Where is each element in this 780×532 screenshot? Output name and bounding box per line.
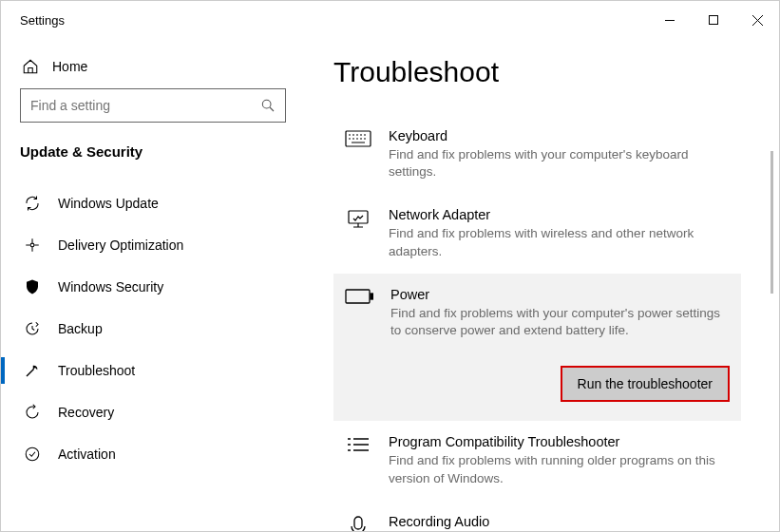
sidebar-item-label: Delivery Optimization	[58, 238, 183, 253]
maximize-button[interactable]	[692, 5, 735, 35]
troubleshoot-icon	[24, 362, 41, 379]
window-title: Settings	[20, 13, 65, 28]
activation-icon	[24, 446, 41, 463]
main-content: Troubleshoot Keyboard Find and fix probl…	[305, 39, 779, 531]
search-input[interactable]	[30, 98, 260, 113]
run-troubleshooter-button[interactable]: Run the troubleshooter	[562, 368, 728, 400]
sidebar-item-label: Activation	[58, 446, 116, 462]
category-title: Update & Security	[20, 143, 286, 160]
battery-icon	[345, 289, 373, 304]
search-icon	[260, 98, 276, 113]
svg-rect-7	[346, 290, 370, 303]
home-button[interactable]: Home	[20, 50, 286, 88]
svg-rect-9	[354, 517, 362, 529]
troubleshoot-item-compatibility[interactable]: Program Compatibility Troubleshooter Fin…	[333, 421, 741, 500]
sidebar-item-label: Windows Update	[58, 196, 159, 211]
sidebar-item-windows-security[interactable]: Windows Security	[1, 266, 286, 308]
troubleshoot-item-keyboard[interactable]: Keyboard Find and fix problems with your…	[333, 115, 741, 194]
sidebar: Home Update & Security Windows Update De…	[1, 39, 305, 531]
backup-icon	[24, 320, 41, 337]
troubleshoot-list: Keyboard Find and fix problems with your…	[333, 115, 741, 531]
page-title: Troubleshoot	[333, 56, 741, 88]
recovery-icon	[24, 404, 41, 421]
sidebar-item-label: Troubleshoot	[58, 363, 135, 378]
ts-title: Recording Audio	[389, 514, 637, 529]
run-button-highlight: Run the troubleshooter	[561, 366, 730, 402]
troubleshoot-item-network[interactable]: Network Adapter Find and fix problems wi…	[333, 194, 741, 273]
sidebar-item-label: Recovery	[58, 405, 114, 420]
ts-title: Network Adapter	[389, 207, 730, 222]
window-controls	[648, 5, 779, 35]
sidebar-item-troubleshoot[interactable]: Troubleshoot	[1, 350, 286, 391]
sidebar-item-label: Backup	[58, 321, 103, 336]
ts-desc: Find and fix problems with your computer…	[390, 305, 730, 339]
sidebar-item-label: Windows Security	[58, 279, 163, 294]
svg-point-4	[26, 447, 39, 461]
list-icon	[345, 436, 371, 455]
search-input-box[interactable]	[20, 88, 286, 123]
ts-desc: Find and fix problems with wireless and …	[389, 225, 730, 259]
ts-title: Keyboard	[389, 128, 730, 143]
nav-list: Windows Update Delivery Optimization Win…	[1, 182, 286, 475]
sidebar-item-delivery-optimization[interactable]: Delivery Optimization	[1, 224, 286, 266]
troubleshoot-item-power[interactable]: Power Find and fix problems with your co…	[333, 274, 741, 421]
close-button[interactable]	[735, 5, 779, 35]
shield-icon	[24, 278, 41, 295]
svg-point-2	[262, 100, 271, 108]
home-icon	[22, 58, 39, 75]
sync-icon	[24, 195, 41, 212]
sidebar-item-activation[interactable]: Activation	[1, 433, 286, 475]
sidebar-item-recovery[interactable]: Recovery	[1, 391, 286, 433]
ts-desc: Find and fix problems with running older…	[389, 452, 730, 486]
keyboard-icon	[345, 130, 371, 149]
scrollbar[interactable]	[770, 151, 773, 294]
svg-point-3	[30, 243, 34, 247]
ts-desc: Find and fix problems with your computer…	[389, 146, 730, 180]
home-label: Home	[52, 59, 87, 74]
svg-rect-0	[665, 20, 675, 21]
delivery-icon	[24, 237, 41, 254]
microphone-icon	[345, 516, 371, 531]
network-icon	[345, 209, 371, 230]
sidebar-item-windows-update[interactable]: Windows Update	[1, 182, 286, 224]
svg-rect-1	[710, 16, 718, 25]
troubleshoot-item-recording-audio[interactable]: Recording Audio Find and fix problems wi…	[333, 501, 741, 531]
title-bar: Settings	[1, 1, 779, 39]
svg-rect-8	[371, 294, 373, 299]
sidebar-item-backup[interactable]: Backup	[1, 308, 286, 350]
ts-title: Program Compatibility Troubleshooter	[389, 434, 730, 449]
ts-title: Power	[390, 287, 730, 302]
minimize-button[interactable]	[648, 5, 692, 35]
